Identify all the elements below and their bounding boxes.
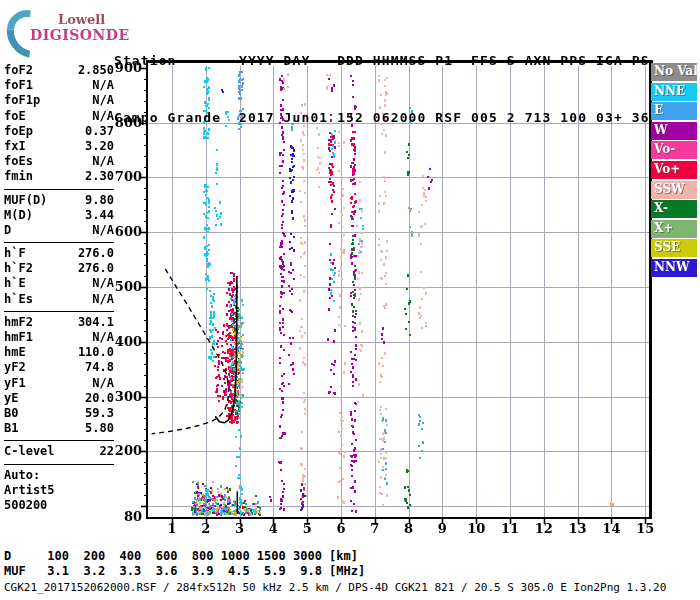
legend-item-e: E: [651, 102, 697, 120]
param-label: M(D): [4, 208, 33, 223]
param-value: N/A: [92, 154, 114, 169]
param-row-fof1: foF1N/A: [4, 78, 114, 93]
param-label: hmF2: [4, 315, 33, 330]
param-value: N/A: [92, 78, 114, 93]
param-row-hmf1: hmF1N/A: [4, 330, 114, 345]
x-tick-8: 8: [397, 521, 421, 536]
legend-item-noval: No Val: [651, 63, 697, 81]
x-tick-15: 15: [633, 521, 657, 536]
panel-separator: [4, 242, 114, 243]
param-row-b1: B15.80: [4, 421, 114, 436]
x-tick-7: 7: [363, 521, 387, 536]
param-label: foF1p: [4, 93, 40, 108]
param-label: Auto:: [4, 468, 40, 483]
param-row-hf2: h`F2276.0: [4, 261, 114, 276]
param-value: 3.20: [85, 139, 114, 154]
legend-item-x: X-: [651, 200, 697, 218]
param-value: 2.850: [78, 63, 114, 78]
param-label: B0: [4, 406, 18, 421]
x-tick-5: 5: [295, 521, 319, 536]
panel-separator: [4, 311, 114, 312]
x-tick-12: 12: [532, 521, 556, 536]
x-tick-9: 9: [430, 521, 454, 536]
param-label: B1: [4, 421, 18, 436]
param-row-yf1: yF1N/A: [4, 376, 114, 391]
legend-item-vo: Vo-: [651, 141, 697, 159]
param-label: hmF1: [4, 330, 33, 345]
param-label: h`E: [4, 276, 26, 291]
param-label: D: [4, 223, 11, 238]
param-label: hmE: [4, 345, 26, 360]
param-row-fxi: fxI3.20: [4, 139, 114, 154]
y-tick-500: 500: [110, 279, 142, 294]
x-tick-2: 2: [194, 521, 218, 536]
measurement-header: Station YYYY DAY DDD HHMMSS P1 FFS S AXN…: [114, 13, 650, 146]
param-label: h`Es: [4, 292, 33, 307]
param-row-he: h`EN/A: [4, 276, 114, 291]
param-label: foE: [4, 109, 26, 124]
param-label: 500200: [4, 498, 47, 513]
x-tick-13: 13: [566, 521, 590, 536]
x-tick-3: 3: [228, 521, 252, 536]
param-label: foF2: [4, 63, 33, 78]
param-row-fof1p: foF1pN/A: [4, 93, 114, 108]
param-label: C-level: [4, 444, 55, 459]
param-value: 276.0: [78, 246, 114, 261]
param-label: foEs: [4, 154, 33, 169]
param-row-hmf2: hmF2304.1: [4, 315, 114, 330]
x-tick-4: 4: [261, 521, 285, 536]
param-label: foF1: [4, 78, 33, 93]
param-row-hme: hmE110.0: [4, 345, 114, 360]
logo-lowell-text: Lowell: [58, 12, 105, 27]
x-tick-1: 1: [160, 521, 184, 536]
d-scale-row: D 100 200 400 600 800 1000 1500 3000 [km…: [4, 549, 358, 563]
param-label: MUF(D): [4, 193, 47, 208]
param-value: 110.0: [78, 345, 114, 360]
y-tick-900: 900: [110, 60, 142, 75]
legend-item-x: X+: [651, 220, 697, 238]
header-line-values: Campo Grande 2017 Jun01 152 062000 RSF 0…: [114, 108, 650, 127]
param-value: 74.8: [85, 360, 114, 375]
param-value: 276.0: [78, 261, 114, 276]
param-label: yF1: [4, 376, 26, 391]
param-label: Artist5: [4, 483, 55, 498]
param-row-500200: 500200: [4, 498, 114, 513]
param-label: foEp: [4, 124, 33, 139]
y-tick-800: 800: [110, 115, 142, 130]
param-row-fof2: foF22.850: [4, 63, 114, 78]
y-tick-80: 80: [110, 509, 142, 524]
param-row-auto: Auto:: [4, 468, 114, 483]
x-tick-11: 11: [498, 521, 522, 536]
x-tick-14: 14: [599, 521, 623, 536]
legend-item-vo: Vo+: [651, 161, 697, 179]
x-tick-6: 6: [329, 521, 353, 536]
legend-item-ssw: SSW: [651, 181, 697, 199]
y-tick-300: 300: [110, 389, 142, 404]
param-value: N/A: [92, 93, 114, 108]
param-label: yE: [4, 391, 18, 406]
param-value: 9.80: [85, 193, 114, 208]
color-legend: No ValNNEEWVo-Vo+SSWX-X+SSENNW: [651, 63, 697, 279]
y-tick-600: 600: [110, 224, 142, 239]
x-tick-10: 10: [464, 521, 488, 536]
panel-separator: [4, 464, 114, 465]
y-tick-400: 400: [110, 334, 142, 349]
param-row-hf: h`F276.0: [4, 246, 114, 261]
muf-scale-row: MUF 3.1 3.2 3.3 3.6 3.9 4.5 5.9 9.8 [MHz…: [4, 564, 365, 578]
param-value: 59.3: [85, 406, 114, 421]
param-row-hes: h`EsN/A: [4, 292, 114, 307]
param-row-ye: yE20.0: [4, 391, 114, 406]
param-row-foes: foEsN/A: [4, 154, 114, 169]
param-row-yf2: yF274.8: [4, 360, 114, 375]
param-row-foe: foEN/A: [4, 109, 114, 124]
legend-item-nne: NNE: [651, 83, 697, 101]
ionogram-app: { "logo": { "line1": "Lowell", "line2": …: [0, 0, 700, 600]
param-row-d: DN/A: [4, 223, 114, 238]
param-value: 304.1: [78, 315, 114, 330]
param-row-mufd: MUF(D)9.80: [4, 193, 114, 208]
header-line-columns: Station YYYY DAY DDD HHMMSS P1 FFS S AXN…: [114, 51, 650, 70]
param-label: fxI: [4, 139, 26, 154]
panel-separator: [4, 189, 114, 190]
param-label: fmin: [4, 169, 33, 184]
y-tick-700: 700: [110, 169, 142, 184]
